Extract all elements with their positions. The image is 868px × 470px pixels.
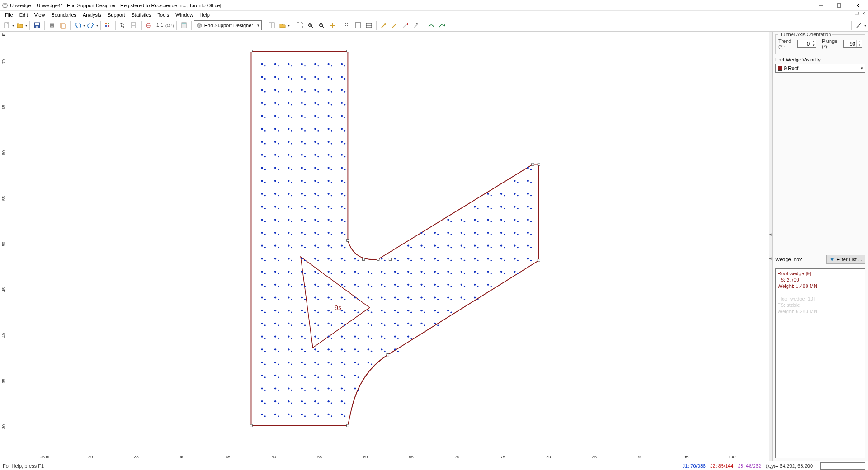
svg-point-253 [500,206,502,207]
joints-button[interactable] [144,20,154,30]
grid-button[interactable] [103,20,113,30]
bolt-pattern-1-button[interactable] [342,20,352,30]
svg-point-281 [500,219,502,221]
svg-point-552 [384,324,385,326]
copy-button[interactable] [58,20,68,30]
svg-point-556 [410,324,412,326]
menu-edit[interactable]: Edit [16,12,31,18]
wedge-info-list[interactable]: Roof wedge [9]FS: 2.700Weight: 1.488 MN … [775,268,865,458]
view-selector[interactable]: End Support Designer ▾ [194,20,262,30]
window-maximize-button[interactable] [830,0,848,10]
svg-point-211 [527,180,529,182]
svg-point-493 [420,296,422,298]
svg-point-181 [274,167,276,169]
menu-boundaries[interactable]: Boundaries [48,12,80,18]
pan-button[interactable] [327,20,337,30]
undo-button[interactable]: ▾ [73,20,85,30]
calculator-button[interactable] [179,20,189,30]
visibility-combo[interactable]: 9 Roof ▾ [775,64,865,73]
svg-point-565 [288,336,289,338]
svg-point-403 [327,271,329,273]
svg-point-459 [434,284,436,286]
bolt-pattern-2-button[interactable] [353,20,363,30]
layers-button[interactable]: ▾ [278,20,290,30]
svg-point-68 [264,65,266,66]
wedge-entry[interactable]: Floor wedge [10]FS: stableWeight: 6.283 … [778,296,863,321]
trend-input[interactable] [798,40,811,47]
drawing-canvas[interactable]: 9s [8,32,769,461]
trend-spinner[interactable]: ▴▾ [797,40,816,48]
new-button[interactable]: ▾ [2,20,14,30]
svg-point-99 [288,89,289,91]
delete-bolt-button[interactable] [401,20,410,30]
menu-view[interactable]: View [31,12,48,18]
svg-point-154 [278,143,279,144]
filter-button-label: Filter List ... [836,257,862,262]
plunge-input[interactable] [844,40,856,47]
svg-point-407 [354,271,356,273]
edit-bolt-button[interactable] [390,20,400,30]
zoom-in-button[interactable] [306,20,316,30]
mdi-restore-button[interactable]: ❐ [854,11,860,16]
bolt-pattern-3-button[interactable] [364,20,374,30]
svg-point-584 [410,338,412,339]
svg-point-519 [368,310,369,311]
add-bolt-button[interactable] [379,20,389,30]
svg-point-460 [437,286,439,287]
svg-point-135 [341,115,343,117]
arrow-tool-button[interactable]: ▾ [854,20,866,30]
svg-point-235 [261,206,263,207]
menu-tools[interactable]: Tools [155,12,173,18]
menu-support[interactable]: Support [104,12,128,18]
panel-toggle-button[interactable] [267,20,277,30]
zoom-out-button[interactable] [316,20,326,30]
zoom-extents-button[interactable] [295,20,305,30]
svg-point-259 [261,219,263,221]
svg-point-91 [327,76,329,78]
svg-point-275 [461,219,462,221]
properties-button[interactable] [129,20,139,30]
print-button[interactable] [47,20,57,30]
svg-point-169 [288,154,289,156]
svg-point-314 [504,234,505,235]
command-input[interactable] [820,462,865,470]
svg-point-112 [278,104,279,105]
menu-window[interactable]: Window [172,12,196,18]
window-minimize-button[interactable] [812,0,830,10]
svg-point-482 [344,299,345,300]
mdi-close-button[interactable]: ✕ [861,11,867,16]
scale-button[interactable]: 1:1 [155,20,165,30]
svg-point-258 [530,208,532,209]
mdi-minimize-button[interactable]: — [846,11,853,16]
svg-point-287 [261,232,263,234]
svg-point-160 [317,143,319,144]
svg-point-352 [530,247,532,248]
filter-list-button[interactable]: ▼ Filter List ... [826,255,865,264]
svg-point-675 [288,414,289,415]
svg-point-656 [358,390,359,391]
select-button[interactable] [118,20,128,30]
plunge-spinner[interactable]: ▴▾ [843,40,862,48]
wedge-entry[interactable]: Roof wedge [9]FS: 2.700Weight: 1.488 MN [778,270,863,296]
svg-point-587 [274,348,276,350]
menu-help[interactable]: Help [196,12,213,18]
svg-point-680 [317,415,319,417]
curve-2-button[interactable] [437,20,447,30]
window-close-button[interactable] [848,0,866,10]
svg-point-665 [314,400,316,402]
svg-point-110 [264,104,266,105]
redo-button[interactable]: ▾ [86,20,98,30]
svg-point-243 [314,206,316,207]
curve-1-button[interactable] [426,20,436,30]
menu-statistics[interactable]: Statistics [128,12,155,18]
svg-point-341 [461,245,462,247]
menu-file[interactable]: File [2,12,16,18]
svg-point-404 [331,273,332,274]
svg-point-280 [491,221,492,222]
bolt-angle-button[interactable] [411,20,421,30]
save-button[interactable] [32,20,42,30]
side-collapse-handle[interactable]: ◂◂ [769,32,772,461]
open-button[interactable]: ▾ [15,20,27,30]
svg-point-246 [331,208,332,209]
menu-analysis[interactable]: Analysis [80,12,104,18]
